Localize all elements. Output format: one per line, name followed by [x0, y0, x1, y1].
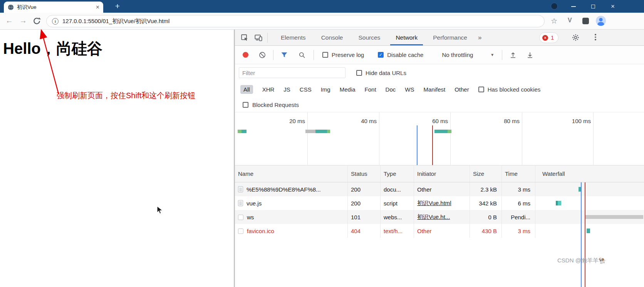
overview-request-bar — [238, 130, 242, 133]
has-blocked-cookies-checkbox[interactable] — [478, 87, 484, 92]
column-header-size[interactable]: Size — [470, 165, 502, 182]
tab-performance[interactable]: Performance — [425, 30, 475, 45]
import-har-icon[interactable] — [509, 51, 517, 59]
site-info-icon[interactable]: i — [52, 18, 59, 25]
hide-data-urls-checkbox[interactable] — [356, 70, 362, 76]
browser-tab[interactable]: 初识Vue × — [4, 2, 103, 13]
extension-icon[interactable] — [582, 18, 589, 24]
devtools-tabs: Elements Console Sources Network Perform… — [273, 30, 485, 45]
gridline — [450, 112, 451, 165]
filter-funnel-icon[interactable] — [280, 51, 288, 59]
table-row[interactable]: favicon.ico 404 text/h... Other 430 B 3 … — [235, 224, 644, 238]
device-toolbar-icon[interactable] — [254, 33, 263, 42]
new-tab-button[interactable]: + — [112, 1, 122, 11]
column-header-type[interactable]: Type — [381, 165, 414, 182]
filter-type-img[interactable]: Img — [321, 86, 330, 93]
filter-type-doc[interactable]: Doc — [386, 86, 396, 93]
throttling-dropdown[interactable]: No throttling — [442, 52, 473, 58]
window-minimize-button[interactable] — [565, 0, 582, 13]
window-restore-button[interactable] — [585, 0, 602, 13]
tab-sources[interactable]: Sources — [351, 30, 388, 45]
request-type: webs... — [381, 210, 414, 224]
filter-type-other[interactable]: Other — [454, 86, 469, 93]
console-error-badge[interactable]: × 1 — [539, 32, 558, 43]
has-blocked-cookies-label[interactable]: Has blocked cookies — [488, 86, 541, 93]
column-header-name[interactable]: Name — [235, 165, 348, 182]
filter-input[interactable] — [239, 67, 345, 78]
request-type: docu... — [381, 182, 414, 196]
generic-file-icon — [238, 229, 243, 234]
tab-network[interactable]: Network — [388, 30, 425, 45]
vue-devtools-extension-icon[interactable]: V — [568, 17, 572, 24]
timeline-tick: 20 ms — [273, 118, 305, 124]
column-header-waterfall[interactable]: Waterfall — [535, 165, 644, 182]
tab-elements[interactable]: Elements — [273, 30, 314, 45]
url-bar[interactable]: i 127.0.0.1:5500/01_初识Vue/初识Vue.html — [46, 15, 545, 27]
clear-network-log-icon[interactable] — [258, 51, 266, 59]
waterfall-cell — [535, 196, 644, 210]
window-close-button[interactable]: × — [604, 0, 621, 13]
inspect-element-icon[interactable] — [240, 33, 249, 42]
table-row[interactable]: ws 101 webs... 初识Vue.ht... 0 B Pendi... — [235, 210, 644, 224]
filter-type-ws[interactable]: WS — [405, 86, 414, 93]
disable-cache-checkbox[interactable]: ✓ — [378, 52, 384, 58]
profile-avatar[interactable] — [595, 15, 606, 26]
preserve-log-label[interactable]: Preserve log — [332, 52, 364, 58]
overview-request-bar — [434, 130, 448, 133]
record-network-log-button[interactable] — [243, 52, 248, 58]
export-har-icon[interactable] — [526, 51, 534, 59]
table-row[interactable]: %E5%88%9D%E8%AF%8... 200 docu... Other 2… — [235, 182, 644, 196]
forward-button[interactable]: → — [19, 16, 27, 25]
chevron-down-icon[interactable]: ▼ — [490, 53, 494, 57]
divider — [502, 50, 502, 60]
request-initiator: Other — [414, 224, 470, 238]
network-toolbar: Preserve log ✓ Disable cache No throttli… — [235, 46, 644, 64]
waterfall-cell — [535, 210, 644, 224]
url-text[interactable]: 127.0.0.1:5500/01_初识Vue/初识Vue.html — [62, 18, 169, 25]
blocked-requests-checkbox[interactable] — [243, 102, 248, 108]
table-row[interactable]: vue.js 200 script 初识Vue.html 342 kB 6 ms — [235, 196, 644, 210]
devtools-settings-gear-icon[interactable] — [572, 33, 580, 42]
back-button[interactable]: ← — [5, 16, 13, 25]
minimize-icon — [571, 6, 576, 7]
initiator-link[interactable]: 初识Vue.html — [417, 200, 451, 207]
annotation-text: 强制刷新页面，按住Shift和这个刷新按钮 — [57, 90, 195, 101]
gridline — [593, 112, 594, 165]
filter-type-manifest[interactable]: Manifest — [423, 86, 445, 93]
preserve-log-checkbox[interactable] — [322, 52, 328, 58]
request-time: 3 ms — [502, 182, 535, 196]
error-count: 1 — [551, 35, 554, 41]
filter-type-all[interactable]: All — [240, 85, 253, 94]
network-overview-timeline[interactable]: 20 ms 40 ms 60 ms 80 ms 100 ms — [235, 112, 644, 165]
filter-type-media[interactable]: Media — [340, 86, 356, 93]
initiator-link[interactable]: 初识Vue.ht... — [417, 214, 450, 221]
requests-table: Name Status Type Initiator Size Time Wat… — [235, 165, 644, 287]
blocked-requests-row: Blocked Requests — [235, 97, 644, 112]
reload-button[interactable] — [32, 17, 41, 25]
close-icon: × — [611, 3, 615, 10]
request-size: 342 kB — [470, 196, 502, 210]
column-header-status[interactable]: Status — [348, 165, 381, 182]
more-tabs-icon[interactable]: » — [475, 30, 485, 45]
hide-data-urls-label[interactable]: Hide data URLs — [366, 70, 406, 76]
request-type-filters: All XHR JS CSS Img Media Font Doc WS Man… — [235, 81, 644, 97]
bookmark-star-icon[interactable]: ☆ — [551, 17, 557, 25]
request-type: text/h... — [381, 224, 414, 238]
filter-type-css[interactable]: CSS — [300, 86, 312, 93]
tab-console[interactable]: Console — [314, 30, 351, 45]
tab-close-icon[interactable]: × — [96, 4, 99, 10]
blocked-requests-label[interactable]: Blocked Requests — [252, 102, 299, 108]
request-name: ws — [247, 214, 254, 220]
column-header-time[interactable]: Time — [502, 165, 535, 182]
search-icon[interactable] — [298, 51, 306, 59]
filter-type-font[interactable]: Font — [365, 86, 376, 93]
waterfall-bar — [585, 215, 643, 219]
column-header-initiator[interactable]: Initiator — [414, 165, 470, 182]
devtools-menu-dots-icon[interactable] — [592, 33, 599, 41]
csdn-watermark: CSDN @懒羊羊🐏 — [557, 257, 606, 264]
request-initiator: Other — [414, 182, 470, 196]
disable-cache-label[interactable]: Disable cache — [387, 52, 423, 58]
filter-type-xhr[interactable]: XHR — [262, 86, 275, 93]
waterfall-bar — [587, 229, 590, 233]
filter-type-js[interactable]: JS — [283, 86, 290, 93]
